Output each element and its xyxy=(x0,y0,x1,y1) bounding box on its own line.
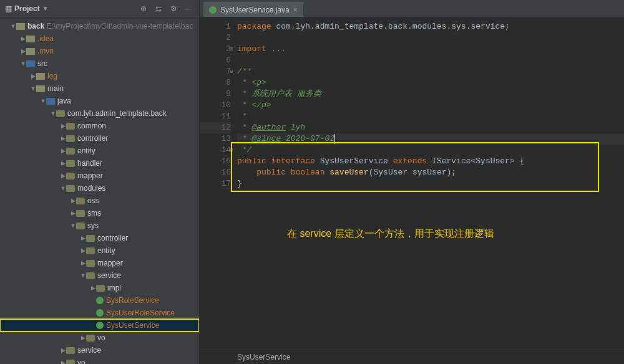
target-icon[interactable]: ⊕ xyxy=(138,3,149,14)
interface-icon xyxy=(209,6,217,14)
tree-java[interactable]: ▼java xyxy=(0,95,199,107)
tree-handler[interactable]: ▶handler xyxy=(0,157,199,170)
editor-tabs: SysUserService.java × xyxy=(200,0,624,17)
tree-entity[interactable]: ▶entity xyxy=(0,145,199,157)
tree-pkg[interactable]: ▼com.lyh.admin_template.back xyxy=(0,107,199,120)
tree-mvn[interactable]: ▶.mvn xyxy=(0,45,199,57)
tree-root[interactable]: ▼back E:\myProject\myGit\admin-vue-templ… xyxy=(0,20,199,32)
sidebar-header: ▦ Project ▼ ⊕ ⇆ ⚙ — xyxy=(0,0,199,17)
project-tree[interactable]: ▼back E:\myProject\myGit\admin-vue-templ… xyxy=(0,17,199,364)
tree-sysuser[interactable]: SysUserService xyxy=(0,319,199,332)
tree-service2[interactable]: ▶service xyxy=(0,344,199,357)
tree-common[interactable]: ▶common xyxy=(0,120,199,132)
sidebar-title[interactable]: Project xyxy=(14,4,40,13)
tree-log[interactable]: ▶log xyxy=(0,70,199,82)
tree-sysuserrole[interactable]: SysUserRoleService xyxy=(0,307,199,319)
tree-idea[interactable]: ▶.idea xyxy=(0,32,199,45)
hide-icon[interactable]: — xyxy=(183,3,194,14)
breadcrumb[interactable]: SysUserService xyxy=(200,349,624,364)
tree-sys-service[interactable]: ▼service xyxy=(0,269,199,282)
tree-src[interactable]: ▼src xyxy=(0,57,199,70)
tree-controller[interactable]: ▶controller xyxy=(0,132,199,145)
tree-sys-entity[interactable]: ▶entity xyxy=(0,244,199,257)
breadcrumb-item[interactable]: SysUserService xyxy=(237,353,290,362)
tab-label: SysUserService.java xyxy=(220,6,290,14)
tree-modules[interactable]: ▼modules xyxy=(0,182,199,194)
code-body[interactable]: package com.lyh.admin_template.back.modu… xyxy=(237,17,624,349)
tree-impl[interactable]: ▶impl xyxy=(0,282,199,294)
project-icon: ▦ xyxy=(5,4,12,13)
chevron-down-icon[interactable]: ▼ xyxy=(42,5,49,12)
tree-vo2[interactable]: ▶vo xyxy=(0,357,199,364)
tree-sys-controller[interactable]: ▶controller xyxy=(0,232,199,244)
tree-sms[interactable]: ▶sms xyxy=(0,207,199,219)
code-editor[interactable]: 123 6789 10111213 14151617 ⊞⊟⊟ package c… xyxy=(200,17,624,349)
tree-sysrole[interactable]: SysRoleService xyxy=(0,294,199,307)
expand-icon[interactable]: ⇆ xyxy=(153,3,164,14)
annotation-text: 在 service 层定义一个方法，用于实现注册逻辑 xyxy=(287,228,494,239)
tree-mapper[interactable]: ▶mapper xyxy=(0,170,199,182)
gear-icon[interactable]: ⚙ xyxy=(168,3,179,14)
editor-area: SysUserService.java × 123 6789 10111213 … xyxy=(200,0,624,364)
tree-vo[interactable]: ▶vo xyxy=(0,332,199,344)
close-icon[interactable]: × xyxy=(293,6,298,14)
tree-sys[interactable]: ▼sys xyxy=(0,219,199,232)
fold-column[interactable]: ⊞⊟⊟ xyxy=(227,21,236,201)
tab-sysuserservice[interactable]: SysUserService.java × xyxy=(203,2,303,17)
tree-sys-mapper[interactable]: ▶mapper xyxy=(0,257,199,269)
project-sidebar: ▦ Project ▼ ⊕ ⇆ ⚙ — ▼back E:\myProject\m… xyxy=(0,0,200,364)
tree-oss[interactable]: ▶oss xyxy=(0,194,199,207)
tree-main[interactable]: ▼main xyxy=(0,82,199,95)
